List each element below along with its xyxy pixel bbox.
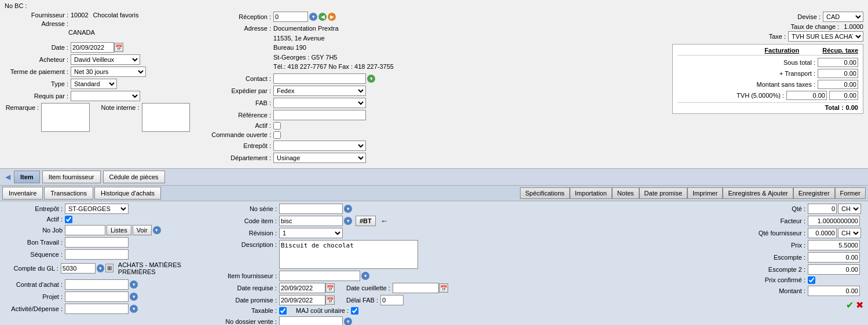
- line-escompte-input[interactable]: [808, 252, 860, 263]
- montant-sans-taxes-input[interactable]: [818, 80, 858, 89]
- line-activite-row: Activité/Dépense : ▾: [5, 304, 213, 314]
- comptegl-circle-btn[interactable]: ▾: [97, 264, 104, 272]
- date-input[interactable]: [71, 42, 114, 53]
- line-itemfourn-label: Item fournisseur :: [219, 272, 277, 279]
- devise-select[interactable]: CAD: [823, 12, 863, 22]
- line-codeitem-input[interactable]: [279, 216, 343, 226]
- line-qtefourn-unit-select[interactable]: CH: [838, 228, 861, 238]
- requis-select[interactable]: [71, 91, 140, 101]
- datecueillette-cal-icon[interactable]: 📅: [439, 283, 448, 293]
- line-daterequise-input[interactable]: [279, 283, 325, 293]
- line-actif-checkbox[interactable]: [65, 216, 72, 223]
- activite-circle-btn[interactable]: ▾: [130, 305, 138, 313]
- btn-date-promise[interactable]: Date promise: [639, 187, 687, 199]
- line-bontravail-input[interactable]: [65, 237, 129, 248]
- listes-btn[interactable]: Listes: [107, 225, 131, 235]
- contact-input[interactable]: [273, 73, 366, 84]
- type-row: Type : Standard: [5, 79, 190, 89]
- entrepot-select[interactable]: [273, 141, 366, 151]
- projet-circle-btn[interactable]: ▾: [130, 293, 138, 301]
- line-nojob-input[interactable]: [65, 225, 105, 235]
- note-textarea[interactable]: [142, 103, 190, 132]
- comptegl-extra-btn[interactable]: ⊞: [105, 264, 113, 272]
- voir-btn[interactable]: Voir: [133, 225, 152, 235]
- codeitem-circle-btn[interactable]: ▾: [344, 217, 352, 225]
- btn-enregistres-ajouter[interactable]: Enregistres & Ajouter: [723, 187, 793, 199]
- line-projet-input[interactable]: [65, 291, 129, 302]
- reception-input[interactable]: [273, 12, 308, 22]
- itemfourn-circle-btn[interactable]: ▾: [361, 272, 369, 280]
- btn-specifications[interactable]: Spécifications: [520, 187, 570, 199]
- nojob-circle-btn[interactable]: ▾: [153, 226, 161, 234]
- reference-input[interactable]: [273, 110, 366, 120]
- reception-btn1[interactable]: ▾: [309, 13, 317, 21]
- line-revision-select[interactable]: 1: [279, 228, 343, 238]
- acheteur-select[interactable]: David Veilleux: [71, 54, 140, 65]
- btn-imprimer[interactable]: Imprimer: [687, 187, 723, 199]
- taxe-select[interactable]: TVH SUR LES ACHATS: [788, 31, 863, 42]
- line-prix-input[interactable]: [808, 240, 860, 250]
- cancel-red-x[interactable]: ✖: [856, 300, 863, 311]
- delaifab-input[interactable]: [380, 295, 404, 305]
- tvh-recup-input[interactable]: [829, 91, 858, 100]
- line-qte-unit-select[interactable]: CH: [838, 204, 861, 214]
- line-activite-input[interactable]: [65, 304, 129, 314]
- line-noserie-input[interactable]: [279, 204, 343, 214]
- line-escompte2-input[interactable]: [808, 264, 860, 275]
- daterequise-cal-icon[interactable]: 📅: [325, 283, 335, 293]
- contrat-circle-btn[interactable]: ▾: [130, 280, 138, 289]
- remarque-textarea[interactable]: [41, 103, 89, 132]
- nodossiervente-circle-btn[interactable]: ▾: [344, 317, 352, 326]
- line-itemfourn-input[interactable]: [279, 271, 360, 281]
- datepromise-cal-icon[interactable]: 📅: [325, 296, 335, 305]
- btn-notes[interactable]: Notes: [612, 187, 639, 199]
- line-montant-input[interactable]: [808, 286, 860, 296]
- sub-tab-transactions[interactable]: Transactions: [44, 187, 93, 200]
- line-datepromise-input[interactable]: [279, 295, 325, 305]
- reception-row: Réception : ▾ ◀ ▶: [202, 12, 672, 22]
- type-select[interactable]: Standard: [71, 79, 117, 89]
- maj-cout-checkbox[interactable]: [351, 307, 358, 315]
- tab-arrow-icon[interactable]: ◀: [3, 173, 12, 181]
- line-facteur-input[interactable]: [808, 216, 860, 226]
- line-contrat-input[interactable]: [65, 279, 129, 290]
- reception-label: Réception :: [202, 13, 271, 20]
- commande-checkbox[interactable]: [273, 131, 281, 139]
- reception-btn3[interactable]: ▶: [328, 13, 336, 21]
- confirm-green-check[interactable]: ✔: [846, 300, 854, 311]
- terme-select[interactable]: Net 30 jours: [71, 67, 146, 77]
- line-description-textarea[interactable]: [279, 240, 418, 269]
- line-qte-input[interactable]: [808, 204, 837, 214]
- sub-tab-inventaire[interactable]: Inventaire: [2, 187, 43, 200]
- bt-btn[interactable]: #BT: [356, 216, 376, 226]
- tab-item[interactable]: Item: [14, 171, 40, 183]
- sous-total-input[interactable]: [818, 58, 858, 67]
- total-label: Total :: [825, 104, 843, 111]
- sub-tab-historique[interactable]: Historique d'achats: [94, 187, 161, 200]
- contact-btn[interactable]: ▾: [367, 75, 375, 83]
- recup-taxe-header: Récup. taxe: [822, 47, 858, 54]
- fab-select[interactable]: [273, 98, 366, 108]
- line-qtefourn-input[interactable]: [808, 228, 837, 238]
- line-comptegl-input[interactable]: [61, 263, 96, 274]
- departement-select[interactable]: Usinage: [273, 153, 366, 163]
- actif-checkbox[interactable]: [273, 122, 281, 130]
- line-prixconfirme-checkbox[interactable]: [808, 276, 815, 284]
- btn-importation[interactable]: Importation: [570, 187, 612, 199]
- transport-input[interactable]: [818, 69, 858, 78]
- date-calendar-icon[interactable]: 📅: [114, 43, 123, 52]
- line-nodossiervente-input[interactable]: [279, 316, 343, 326]
- type-label: Type :: [5, 80, 68, 87]
- tab-item-fournisseur[interactable]: Item fournisseur: [42, 171, 101, 183]
- line-sequence-input[interactable]: [65, 249, 129, 260]
- noserie-circle-btn[interactable]: ▾: [344, 205, 352, 213]
- reception-btn2[interactable]: ◀: [318, 13, 327, 21]
- tvh-input[interactable]: [786, 91, 827, 100]
- datecueillette-input[interactable]: [393, 283, 439, 293]
- expedier-select[interactable]: Fedex: [273, 86, 366, 96]
- btn-enregistrer[interactable]: Enregistrer: [793, 187, 835, 199]
- btn-former[interactable]: Former: [835, 187, 866, 199]
- line-taxable-checkbox[interactable]: [279, 307, 287, 315]
- tab-cedule[interactable]: Cédule de pièces: [103, 171, 165, 183]
- line-entrepot-select[interactable]: ST-GEORGES: [65, 204, 129, 214]
